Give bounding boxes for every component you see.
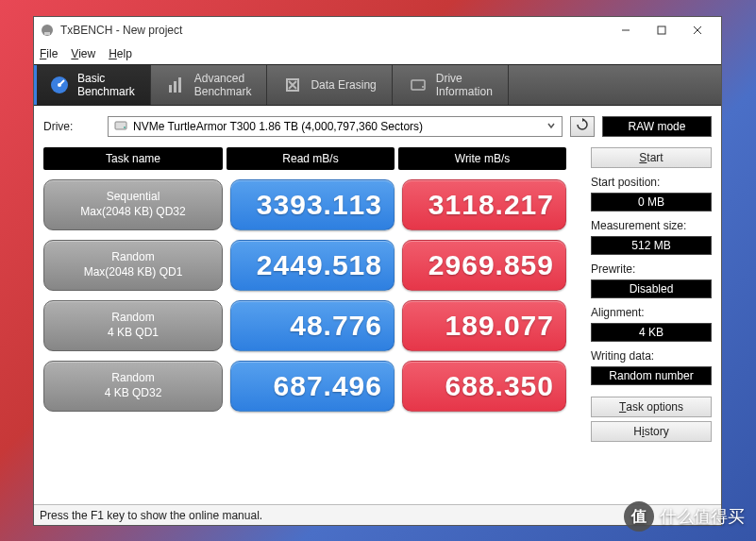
window-title: TxBENCH - New project bbox=[60, 24, 608, 37]
drive-value: NVMe TurtleArmor T300 1.86 TB (4,000,797… bbox=[133, 120, 423, 133]
svg-rect-3 bbox=[658, 26, 665, 34]
svg-rect-11 bbox=[412, 80, 425, 90]
align-label: Alignment: bbox=[591, 306, 712, 319]
erase-icon bbox=[282, 75, 303, 95]
menu-file[interactable]: File bbox=[40, 47, 58, 60]
barchart-icon bbox=[166, 75, 187, 95]
statusbar: Press the F1 key to show the online manu… bbox=[34, 504, 721, 525]
watermark: 值 什么值得买 bbox=[624, 501, 745, 532]
task-line2: Max(2048 KB) QD1 bbox=[84, 265, 183, 280]
wdata-value[interactable]: Random number bbox=[591, 366, 712, 385]
task-options-button[interactable]: Task options bbox=[591, 397, 712, 417]
sidebar: Start Start position: 0 MB Measurement s… bbox=[591, 147, 712, 442]
raw-mode-button[interactable]: RAW mode bbox=[602, 116, 712, 137]
tabbar: BasicBenchmark AdvancedBenchmark Data Er… bbox=[34, 64, 721, 106]
write-value: 2969.859 bbox=[402, 240, 566, 291]
drive-row: Drive: NVMe TurtleArmor T300 1.86 TB (4,… bbox=[43, 113, 712, 140]
svg-point-7 bbox=[58, 83, 61, 87]
tab-advanced-benchmark[interactable]: AdvancedBenchmark bbox=[151, 65, 268, 105]
task-line1: Random bbox=[111, 311, 154, 326]
svg-point-14 bbox=[124, 127, 126, 128]
titlebar: TxBENCH - New project bbox=[34, 17, 721, 43]
drive-icon bbox=[408, 75, 428, 95]
read-value: 3393.113 bbox=[230, 179, 395, 230]
svg-rect-8 bbox=[169, 85, 172, 93]
read-value: 687.496 bbox=[230, 361, 395, 412]
task-line1: Sequential bbox=[107, 190, 160, 205]
gauge-icon bbox=[49, 75, 70, 95]
app-window: TxBENCH - New project File View Help Bas… bbox=[33, 16, 722, 526]
msize-value[interactable]: 512 MB bbox=[591, 236, 712, 255]
tab-label: DriveInformation bbox=[436, 72, 493, 98]
maximize-button[interactable] bbox=[644, 18, 680, 42]
read-value: 48.776 bbox=[230, 300, 395, 351]
bench-row-3: Random 4 KB QD32 687.496 688.350 bbox=[43, 361, 585, 412]
svg-rect-1 bbox=[44, 32, 50, 35]
startpos-value[interactable]: 0 MB bbox=[591, 193, 712, 211]
tab-drive-information[interactable]: DriveInformation bbox=[393, 65, 509, 105]
wdata-label: Writing data: bbox=[591, 349, 712, 363]
refresh-icon bbox=[576, 118, 589, 135]
bench-row-0: Sequential Max(2048 KB) QD32 3393.113 31… bbox=[43, 179, 585, 230]
task-rand-4k-qd32[interactable]: Random 4 KB QD32 bbox=[43, 361, 223, 412]
align-value[interactable]: 4 KB bbox=[591, 323, 712, 342]
write-value: 3118.217 bbox=[402, 179, 566, 230]
bench-row-1: Random Max(2048 KB) QD1 2449.518 2969.85… bbox=[43, 240, 585, 291]
task-line1: Random bbox=[111, 250, 154, 265]
menu-view[interactable]: View bbox=[71, 47, 95, 60]
close-button[interactable] bbox=[680, 18, 715, 42]
bench-row-2: Random 4 KB QD1 48.776 189.077 bbox=[43, 300, 585, 351]
task-line2: 4 KB QD32 bbox=[105, 386, 162, 401]
task-line2: Max(2048 KB) QD32 bbox=[80, 205, 185, 220]
app-icon bbox=[40, 23, 55, 38]
task-seq-qd32[interactable]: Sequential Max(2048 KB) QD32 bbox=[43, 179, 223, 230]
watermark-text: 什么值得买 bbox=[660, 505, 745, 528]
read-value: 2449.518 bbox=[230, 240, 395, 291]
refresh-button[interactable] bbox=[570, 116, 595, 137]
msize-label: Measurement size: bbox=[591, 219, 712, 232]
tab-label: Data Erasing bbox=[311, 78, 376, 92]
start-button[interactable]: Start bbox=[591, 147, 712, 168]
tab-basic-benchmark[interactable]: BasicBenchmark bbox=[34, 65, 151, 105]
menu-help[interactable]: Help bbox=[109, 47, 132, 60]
tab-data-erasing[interactable]: Data Erasing bbox=[267, 65, 392, 105]
tab-label: AdvancedBenchmark bbox=[194, 72, 252, 98]
task-line2: 4 KB QD1 bbox=[108, 326, 159, 341]
minimize-button[interactable] bbox=[608, 18, 644, 42]
drive-label: Drive: bbox=[43, 120, 100, 133]
watermark-badge: 值 bbox=[624, 501, 654, 532]
chevron-down-icon bbox=[546, 120, 556, 133]
svg-rect-9 bbox=[174, 81, 176, 93]
task-line1: Random bbox=[111, 371, 154, 386]
task-rand-2048-qd1[interactable]: Random Max(2048 KB) QD1 bbox=[43, 240, 223, 291]
prewrite-label: Prewrite: bbox=[591, 262, 712, 276]
results-panel: Task name Read mB/s Write mB/s Sequentia… bbox=[43, 147, 585, 442]
history-button[interactable]: History bbox=[591, 421, 712, 442]
menubar: File View Help bbox=[34, 43, 721, 64]
header-write: Write mB/s bbox=[398, 147, 566, 170]
write-value: 688.350 bbox=[402, 361, 566, 412]
header-task: Task name bbox=[43, 147, 223, 170]
svg-rect-10 bbox=[178, 77, 181, 93]
task-rand-4k-qd1[interactable]: Random 4 KB QD1 bbox=[43, 300, 223, 351]
startpos-label: Start position: bbox=[591, 176, 712, 189]
prewrite-value[interactable]: Disabled bbox=[591, 279, 712, 298]
hdd-icon bbox=[114, 119, 127, 135]
tab-label: BasicBenchmark bbox=[77, 72, 135, 98]
status-text: Press the F1 key to show the online manu… bbox=[40, 509, 262, 522]
drive-select[interactable]: NVMe TurtleArmor T300 1.86 TB (4,000,797… bbox=[108, 116, 563, 137]
header-read: Read mB/s bbox=[227, 147, 395, 170]
svg-point-12 bbox=[422, 86, 424, 88]
write-value: 189.077 bbox=[402, 300, 566, 351]
